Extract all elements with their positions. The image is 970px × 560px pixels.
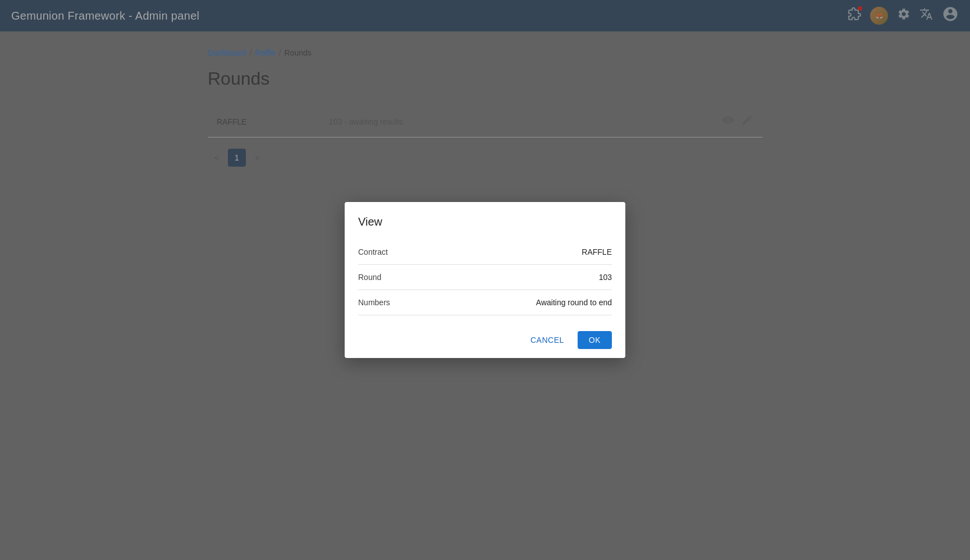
view-dialog: View Contract RAFFLE Round 103 Numbers A… [345,202,625,358]
dialog-value-numbers: Awaiting round to end [536,298,612,307]
dialog-row-round: Round 103 [358,265,612,290]
dialog-row-contract: Contract RAFFLE [358,240,612,265]
dialog-value-round: 103 [599,273,612,282]
ok-button[interactable]: OK [578,331,612,349]
dialog-row-numbers: Numbers Awaiting round to end [358,290,612,315]
dialog-label-round: Round [358,273,381,282]
dialog-value-contract: RAFFLE [582,247,612,256]
dialog-actions: CANCEL OK [358,327,612,349]
dialog-label-numbers: Numbers [358,298,390,307]
dialog-overlay: View Contract RAFFLE Round 103 Numbers A… [0,0,970,560]
cancel-button[interactable]: CANCEL [521,331,573,349]
dialog-title: View [358,215,612,228]
dialog-label-contract: Contract [358,247,388,256]
